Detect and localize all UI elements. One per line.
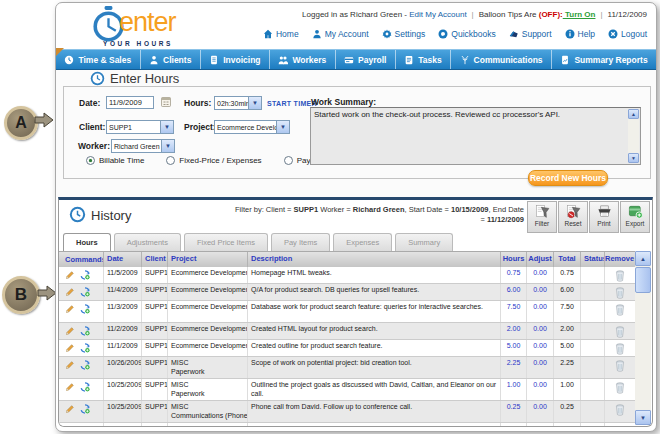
column-header-remove[interactable]: Remove xyxy=(605,252,635,267)
edit-icon[interactable] xyxy=(65,270,75,280)
copy-icon[interactable] xyxy=(80,287,90,297)
filter-button[interactable]: Filter xyxy=(527,201,557,233)
nav-tab-time-sales[interactable]: Time & Sales xyxy=(56,50,141,69)
copy-icon[interactable] xyxy=(80,426,90,427)
date-input[interactable] xyxy=(106,96,154,109)
record-new-hours-button[interactable]: Record New Hours xyxy=(528,170,608,186)
column-header-total[interactable]: Total xyxy=(554,252,581,267)
remove-cell xyxy=(605,423,635,427)
column-header-project[interactable]: Project xyxy=(168,252,248,267)
reset-button[interactable]: Reset xyxy=(558,201,588,233)
edit-my-account-link[interactable]: Edit My Account xyxy=(409,10,466,19)
trash-icon[interactable] xyxy=(615,343,625,355)
menu-item-my-account[interactable]: My Account xyxy=(312,29,369,39)
copy-icon[interactable] xyxy=(80,326,90,336)
radio-fixed-price-expenses[interactable]: Fixed-Price / Expenses xyxy=(166,156,261,165)
edit-icon[interactable] xyxy=(65,326,75,336)
edit-icon[interactable] xyxy=(65,287,75,297)
column-header-commands[interactable]: Commands xyxy=(59,252,104,267)
trash-icon[interactable] xyxy=(615,287,625,299)
copy-icon[interactable] xyxy=(80,404,90,414)
enter-your-hours-logo[interactable]: enter YOUR HOURS xyxy=(91,5,261,49)
nav-tab-label: Time & Sales xyxy=(78,55,131,65)
print-button[interactable]: Print xyxy=(589,201,619,233)
trash-icon[interactable] xyxy=(615,382,625,394)
calendar-icon[interactable] xyxy=(160,96,172,108)
client-cell: SUPP1 xyxy=(142,301,168,322)
trash-icon[interactable] xyxy=(615,426,625,427)
history-panel: History Filter by: Client = SUPP1 Worker… xyxy=(58,197,653,427)
scroll-up-icon[interactable]: ▲ xyxy=(635,251,651,266)
client-label: Client: xyxy=(79,122,105,132)
edit-icon[interactable] xyxy=(65,343,75,353)
project-select[interactable]: Ecommerce Develop ▼ xyxy=(214,120,290,134)
edit-icon[interactable] xyxy=(65,304,75,314)
copy-icon[interactable] xyxy=(80,270,90,280)
column-header-date[interactable]: Date xyxy=(104,252,142,267)
menu-item-settings[interactable]: Settings xyxy=(382,29,426,39)
nav-tab-invoicing[interactable]: Invoicing xyxy=(201,50,270,69)
clients-icon xyxy=(149,55,159,65)
table-row: 11/3/2009SUPP1Ecommerce DevelopmentDatab… xyxy=(59,301,635,323)
work-summary-scrollbar[interactable]: ▲ ▼ xyxy=(628,109,639,163)
worker-select[interactable]: Richard Green ▼ xyxy=(111,139,175,153)
nav-tab-clients[interactable]: Clients xyxy=(141,50,201,69)
column-header-status[interactable]: Status xyxy=(581,252,605,267)
nav-tab-workers[interactable]: Workers xyxy=(270,50,336,69)
turn-on-link[interactable]: Turn On xyxy=(563,10,596,19)
copy-icon[interactable] xyxy=(80,343,90,353)
menu-item-logout[interactable]: Logout xyxy=(608,29,647,39)
radio-billable-time[interactable]: Billable Time xyxy=(86,156,144,165)
scroll-down-icon[interactable]: ▼ xyxy=(628,153,639,163)
trash-icon[interactable] xyxy=(615,404,625,416)
column-header-description[interactable]: Description xyxy=(248,252,501,267)
scroll-up-icon[interactable]: ▲ xyxy=(628,109,639,119)
scrollbar-thumb[interactable] xyxy=(635,267,651,293)
column-header-hours[interactable]: Hours xyxy=(501,252,527,267)
page-fold-corner xyxy=(56,48,64,56)
work-summary-textarea[interactable]: Started work on the check-out process. R… xyxy=(310,107,641,165)
edit-icon[interactable] xyxy=(65,426,75,427)
edit-icon[interactable] xyxy=(65,382,75,392)
trash-icon[interactable] xyxy=(615,326,625,338)
history-scrollbar[interactable]: ▲ ▼ xyxy=(635,251,651,425)
history-tab-summary[interactable]: Summary xyxy=(395,233,453,251)
column-header-client[interactable]: Client xyxy=(142,252,168,267)
menu-item-home[interactable]: Home xyxy=(263,29,299,39)
trash-icon[interactable] xyxy=(615,360,625,372)
history-tab-fixed-price-items[interactable]: Fixed Price Items xyxy=(184,233,268,251)
menu-item-quickbooks[interactable]: Quickbooks xyxy=(438,29,495,39)
menu-item-support[interactable]: Support xyxy=(509,29,552,39)
hours-select[interactable]: 02h:30min ▼ xyxy=(214,96,262,110)
nav-tab-label: Payroll xyxy=(358,55,386,65)
trash-icon[interactable] xyxy=(615,304,625,316)
edit-icon[interactable] xyxy=(65,360,75,370)
history-tab-expenses[interactable]: Expenses xyxy=(333,233,392,251)
nav-tab-communications[interactable]: Communications xyxy=(451,50,552,69)
adjust-cell: 0.00 xyxy=(527,357,554,378)
scroll-down-icon[interactable]: ▼ xyxy=(635,410,651,425)
nav-tab-payroll[interactable]: Payroll xyxy=(336,50,396,69)
menu-item-help[interactable]: Help xyxy=(565,29,595,39)
annotation-arrow-b-icon xyxy=(37,285,57,301)
export-button[interactable]: Export xyxy=(620,201,650,233)
nav-tab-tasks[interactable]: Tasks xyxy=(396,50,451,69)
screenshot-stage: A B enter YOUR HOURS Logged in as Richar… xyxy=(0,0,660,434)
start-timer-link[interactable]: START TIMER xyxy=(267,100,317,107)
nav-tab-summary-reports[interactable]: Summary Reports xyxy=(552,50,656,69)
column-header-adjust[interactable]: Adjust xyxy=(527,252,554,267)
copy-icon[interactable] xyxy=(80,304,90,314)
history-tab-pay-items[interactable]: Pay Items xyxy=(271,233,330,251)
edit-icon[interactable] xyxy=(65,404,75,414)
copy-icon[interactable] xyxy=(80,360,90,370)
copy-icon[interactable] xyxy=(80,382,90,392)
table-row: 10/25/2009SUPP1MISCPaperworkOutlined the… xyxy=(59,379,635,401)
client-select[interactable]: SUPP1 ▼ xyxy=(106,120,174,134)
hours-cell: 2.00 xyxy=(501,323,527,339)
history-tab-hours[interactable]: Hours xyxy=(63,233,111,251)
enter-hours-title: Enter Hours xyxy=(110,71,179,86)
menu-item-label: Home xyxy=(276,29,299,39)
history-tab-adjustments[interactable]: Adjustments xyxy=(114,233,181,251)
remove-cell xyxy=(605,284,635,300)
trash-icon[interactable] xyxy=(615,270,625,282)
